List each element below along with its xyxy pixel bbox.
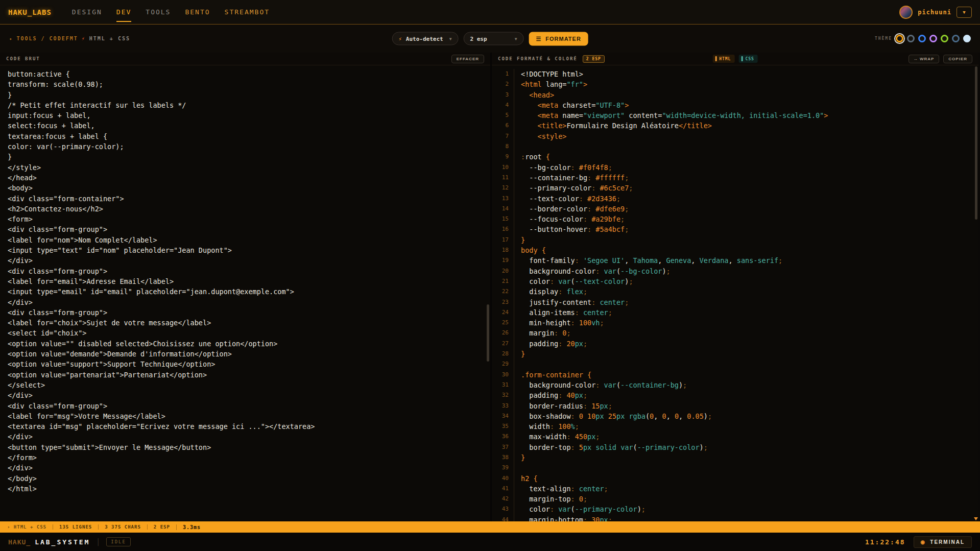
theme-swatch[interactable] bbox=[929, 35, 937, 42]
code-line: 41 text-align: center; bbox=[492, 484, 978, 494]
theme-swatch[interactable] bbox=[896, 35, 903, 42]
code-line: 27 padding: 20px; bbox=[492, 339, 978, 349]
left-scrollbar-thumb[interactable] bbox=[487, 304, 489, 362]
code-line: 19 font-family: 'Segoe UI', Tahoma, Gene… bbox=[492, 255, 978, 266]
wrap-button[interactable]: ↔ WRAP bbox=[909, 55, 940, 63]
theme-swatch[interactable] bbox=[907, 35, 915, 42]
code-line: 4 <meta charset="UTF-8"> bbox=[492, 100, 978, 110]
theme-swatch[interactable] bbox=[941, 35, 948, 42]
terminal-button[interactable]: ◉ TERMINAL bbox=[914, 536, 972, 548]
stat-item: 135 LIGNES bbox=[53, 524, 98, 530]
code-line: 11 --container-bg: #ffffff; bbox=[492, 173, 978, 183]
code-line-content: <style> bbox=[514, 131, 566, 141]
code-line: 1<!DOCTYPE html> bbox=[492, 69, 978, 79]
line-number: 17 bbox=[492, 235, 514, 245]
code-line: 21 color: var(--text-color); bbox=[492, 276, 978, 286]
code-line: 28} bbox=[492, 349, 978, 359]
code-line: <option value="partenariat">Partenariat<… bbox=[0, 370, 490, 380]
code-line-content: font-family: 'Segoe UI', Tahoma, Geneva,… bbox=[514, 255, 782, 266]
copy-button[interactable]: COPIER bbox=[943, 55, 972, 63]
line-number: 11 bbox=[492, 173, 514, 183]
code-line: 7 <style> bbox=[492, 131, 978, 141]
language-badge-css[interactable]: CSS bbox=[738, 55, 757, 63]
code-line-content: color: var(--primary-color); bbox=[514, 504, 646, 514]
language-detect-select[interactable]: ⚡ Auto-detect ▼ bbox=[392, 32, 458, 45]
nav-item-design[interactable]: DESIGN bbox=[72, 5, 102, 19]
scroll-down-icon[interactable] bbox=[974, 517, 978, 520]
code-line: 34 box-shadow: 0 10px 25px rgba(0, 0, 0,… bbox=[492, 411, 978, 421]
code-line: </head> bbox=[0, 173, 490, 183]
code-line-content: margin-top: 0; bbox=[514, 494, 587, 504]
code-line: <form> bbox=[0, 214, 490, 224]
user-dropdown-button[interactable]: ▼ bbox=[957, 7, 972, 18]
theme-swatches bbox=[896, 35, 971, 42]
code-line: transform: scale(0.98); bbox=[0, 79, 490, 89]
chevron-down-icon: ▼ bbox=[963, 10, 965, 15]
code-line-content: background-color: var(--container-bg); bbox=[514, 380, 687, 390]
code-line: 20 background-color: var(--bg-color); bbox=[492, 266, 978, 276]
top-nav: HAKU_LABS DESIGNDEVTOOLSBENTOSTREAMBOT p… bbox=[0, 0, 980, 25]
nav-item-tools[interactable]: TOOLS bbox=[146, 5, 171, 19]
theme-swatch[interactable] bbox=[952, 35, 960, 42]
language-badge-html[interactable]: HTML bbox=[712, 55, 734, 63]
format-button[interactable]: ☰ FORMATER bbox=[529, 32, 588, 45]
breadcrumb-path[interactable]: TOOLS / CODEFMT bbox=[16, 36, 78, 41]
code-line-content: body { bbox=[514, 245, 546, 255]
raw-code-editor[interactable]: button:active {transform: scale(0.98);}/… bbox=[0, 65, 490, 521]
code-line-content: <head> bbox=[514, 90, 554, 100]
code-line: 32 padding: 40px; bbox=[492, 390, 978, 400]
code-line-content: <meta name="viewport" content="width=dev… bbox=[514, 110, 828, 121]
clear-button[interactable]: EFFACER bbox=[451, 55, 484, 63]
formatted-code-view[interactable]: 1<!DOCTYPE html>2<html lang="fr">3 <head… bbox=[492, 65, 978, 521]
toolbar: ✦ TOOLS / CODEFMT ⚡ HTML + CSS ⚡ Auto-de… bbox=[0, 25, 980, 53]
code-line: <input type="email" id="email" placehold… bbox=[0, 286, 490, 297]
right-scrollbar-thumb[interactable] bbox=[975, 66, 977, 220]
code-line-content: width: 100%; bbox=[514, 421, 579, 432]
avatar[interactable] bbox=[899, 6, 913, 19]
code-line: 30.form-container { bbox=[492, 370, 978, 380]
theme-swatch[interactable] bbox=[963, 35, 971, 42]
code-line: </form> bbox=[0, 452, 490, 463]
line-number: 25 bbox=[492, 318, 514, 328]
language-badges: HTMLCSS bbox=[712, 55, 758, 63]
code-line: } bbox=[0, 90, 490, 100]
code-line: 9:root { bbox=[492, 152, 978, 162]
bolt-icon: ⚡ bbox=[398, 35, 402, 42]
code-line-content: <title>Formulaire Design Aléatoire</titl… bbox=[514, 121, 712, 131]
code-line: </div> bbox=[0, 297, 490, 307]
indent-select[interactable]: 2 esp ▼ bbox=[463, 32, 523, 45]
toolbar-controls: ⚡ Auto-detect ▼ 2 esp ▼ ☰ FORMATER bbox=[392, 32, 588, 45]
code-line: /* Petit effet interactif sur les labels… bbox=[0, 100, 490, 110]
code-line-content: --button-hover: #5a4bcf; bbox=[514, 224, 629, 234]
stats-bar: › HTML + CSS135 LIGNES3 375 CHARS2 ESP3.… bbox=[0, 521, 980, 533]
nav-item-streambot[interactable]: STREAMBOT bbox=[225, 5, 270, 19]
code-line: <div class="form-group"> bbox=[0, 401, 490, 411]
brand-logo[interactable]: HAKU_LABS bbox=[8, 8, 52, 16]
code-line: <label for="nom">Nom Complet</label> bbox=[0, 235, 490, 245]
line-number: 2 bbox=[492, 79, 514, 89]
code-line-content: border-top: 5px solid var(--primary-colo… bbox=[514, 442, 708, 452]
theme-swatch[interactable] bbox=[918, 35, 926, 42]
code-line-content: --primary-color: #6c5ce7; bbox=[514, 183, 633, 193]
status-badge: IDLE bbox=[106, 537, 131, 546]
code-line-content: box-shadow: 0 10px 25px rgba(0, 0, 0, 0.… bbox=[514, 411, 712, 421]
line-number: 39 bbox=[492, 463, 514, 473]
line-number: 15 bbox=[492, 214, 514, 224]
code-line-content: <!DOCTYPE html> bbox=[514, 69, 583, 79]
code-line-content bbox=[514, 359, 521, 369]
code-line: <textarea id="msg" placeholder="Ecrivez … bbox=[0, 421, 490, 432]
code-line: 39 bbox=[492, 463, 978, 473]
formatted-panel-title: CODE FORMATÉ & COLORÉ bbox=[498, 56, 578, 61]
breadcrumb-page: HTML + CSS bbox=[89, 36, 130, 41]
code-line: 38} bbox=[492, 452, 978, 463]
line-number: 43 bbox=[492, 504, 514, 514]
nav-item-bento[interactable]: BENTO bbox=[185, 5, 210, 19]
stat-item: › HTML + CSS bbox=[7, 524, 53, 530]
code-line: <option value="demande">Demande d'inform… bbox=[0, 349, 490, 359]
line-number: 36 bbox=[492, 432, 514, 442]
line-number: 5 bbox=[492, 110, 514, 121]
username[interactable]: pichuuni bbox=[918, 9, 951, 16]
code-line: 14 --border-color: #dfe6e9; bbox=[492, 204, 978, 214]
nav-item-dev[interactable]: DEV bbox=[116, 5, 131, 19]
code-line: 24 align-items: center; bbox=[492, 307, 978, 318]
